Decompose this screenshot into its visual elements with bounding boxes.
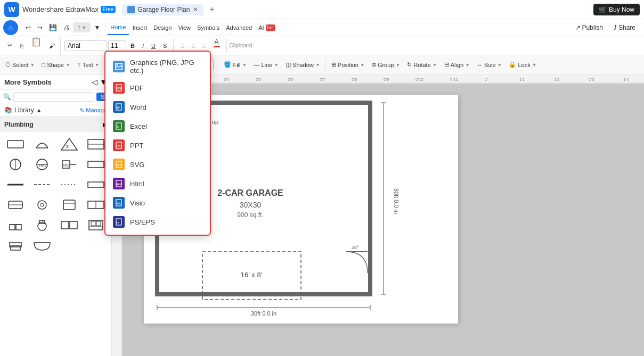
menu-insert[interactable]: Insert (129, 20, 151, 35)
font-family-input[interactable] (64, 40, 107, 51)
redo-button[interactable]: ↪ (34, 22, 46, 33)
ppt-label: PPT (130, 142, 143, 150)
svg-text:0'4: 0'4 (224, 77, 230, 82)
group-button[interactable]: ⧉ Group ▼ (369, 57, 404, 72)
export-pseps-item[interactable]: PS PS/EPS (105, 212, 210, 231)
shape-item[interactable] (57, 176, 81, 194)
fill-button[interactable]: 🪣 Fill ▼ (221, 57, 250, 72)
plumbing-section[interactable]: Plumbing ▸ (0, 117, 111, 132)
shape-item[interactable] (3, 155, 28, 173)
position-button[interactable]: ⊞ Position ▼ (328, 57, 368, 72)
shape-item[interactable] (3, 135, 28, 153)
export-ppt-item[interactable]: PPT PPT (105, 136, 210, 155)
svg-text:38°: 38° (352, 245, 359, 250)
rotate-button[interactable]: ↻ Rotate ▼ (404, 57, 440, 72)
export-html-item[interactable]: Html Html (105, 174, 210, 193)
fixture-5-icon (5, 217, 26, 233)
svg-rect-38 (96, 221, 101, 226)
paste-button[interactable]: 📋 (28, 37, 45, 55)
menu-ai[interactable]: AI hot (255, 20, 279, 35)
library-row: 📚 Library ▲ ✎ Manage (0, 104, 111, 117)
menu-view[interactable]: View (175, 20, 194, 35)
plumbing-shape-1-icon (5, 136, 26, 152)
shape-item[interactable] (57, 196, 81, 214)
shape-item[interactable] (30, 135, 54, 153)
ai-badge: hot (266, 24, 276, 31)
menu-advanced[interactable]: Advanced (223, 20, 255, 35)
shape-item[interactable]: H/C (30, 155, 54, 173)
font-color-button[interactable]: A (210, 38, 223, 53)
svg-point-82 (117, 64, 118, 66)
shape-item[interactable] (3, 216, 28, 234)
shape-item[interactable] (30, 236, 54, 254)
shape-tool-button[interactable]: □ Shape ▼ (39, 57, 74, 72)
svg-text:1'4: 1'4 (623, 77, 629, 82)
undo-button[interactable]: ↩ (22, 22, 34, 33)
tab-close-icon[interactable]: ✕ (193, 6, 198, 13)
shape-item[interactable]: H/C (57, 155, 81, 173)
line-shape-2-icon (32, 177, 52, 193)
fixture-2-icon (32, 197, 52, 213)
font-size-input[interactable] (108, 40, 126, 51)
menu-symbols[interactable]: Symbols (194, 20, 223, 35)
export-button[interactable]: ↑ ▼ (73, 22, 91, 32)
save-button[interactable]: 💾 (46, 22, 60, 33)
toolbar-row-1: ✂ ⎘ 📋 🖌 B I U S ≡ ≡ ≡ A Clipboard (0, 36, 644, 55)
svg-text:0'5: 0'5 (256, 77, 262, 82)
shape-item[interactable] (3, 176, 28, 194)
format-painter-button[interactable]: 🖌 (46, 38, 58, 53)
tab-icon (127, 6, 135, 13)
cut-button[interactable]: ✂ (4, 38, 15, 53)
active-tab[interactable]: Garage Floor Plan ✕ (122, 4, 203, 15)
word-label: Word (130, 103, 146, 111)
plumbing-shape-4-icon (86, 136, 106, 152)
share-button[interactable]: ⤴ Share (608, 22, 641, 34)
shadow-button[interactable]: ◫ Shadow ▼ (282, 57, 323, 72)
export-pdf-item[interactable]: PDF PDF (105, 78, 210, 97)
export-graphics-item[interactable]: Graphics (PNG, JPG etc.) (105, 55, 210, 78)
menu-home[interactable]: Home (107, 20, 129, 35)
shape-item[interactable] (3, 236, 28, 254)
text-tool-button[interactable]: T Text ▼ (74, 57, 103, 72)
svg-rect-39 (11, 246, 20, 250)
visio-icon: Vio (113, 197, 125, 209)
size-button[interactable]: ↔ Size ▼ (474, 57, 505, 72)
plumbing-grid: Σ H/C (0, 132, 111, 258)
export-excel-item[interactable]: X Excel (105, 117, 210, 136)
svg-text:1'2: 1'2 (554, 77, 560, 82)
export-word-item[interactable]: W Word (105, 97, 210, 117)
search-icon: 🔍 (3, 93, 11, 101)
align-button[interactable]: ⊟ Align ▼ (441, 57, 473, 72)
shape-item[interactable] (30, 196, 54, 214)
export-svg-item[interactable]: SVG SVG (105, 155, 210, 174)
print-button[interactable]: 🖨 (60, 22, 73, 33)
shape-item[interactable] (3, 196, 28, 214)
svg-text:Σ: Σ (66, 144, 69, 149)
export-visio-item[interactable]: Vio Visio (105, 193, 210, 212)
search-input[interactable] (13, 92, 94, 102)
manage-button[interactable]: ✎ Manage (79, 107, 107, 114)
select-tool-button[interactable]: ⬡ Select ▼ (2, 57, 38, 72)
shape-item[interactable] (30, 176, 54, 194)
word-icon: W (113, 101, 125, 113)
graphics-icon (113, 61, 125, 72)
copy-button[interactable]: ⎘ (17, 38, 27, 53)
buy-now-button[interactable]: 🛒 Buy Now (593, 4, 640, 15)
line-button[interactable]: — Line ▼ (250, 57, 282, 72)
shape-item[interactable] (57, 216, 81, 234)
more-button[interactable]: ▼ (91, 22, 103, 33)
lock-button[interactable]: 🔒 Lock ▼ (506, 57, 540, 72)
sidebar-collapse-button[interactable]: ◁ (92, 78, 97, 86)
shape-item[interactable] (30, 216, 54, 234)
menu-design[interactable]: Design (150, 20, 175, 35)
new-tab-button[interactable]: ＋ (208, 4, 216, 15)
html-label: Html (130, 180, 144, 188)
plumbing-shape-6-icon: H/C (32, 156, 52, 172)
shape-item[interactable]: Σ (57, 135, 81, 153)
svg-rect-40 (10, 243, 21, 247)
publish-button[interactable]: ↗ Publish (570, 22, 608, 34)
home-icon[interactable]: ⌂ (9, 23, 13, 32)
plumbing-shape-5-icon (5, 156, 26, 172)
svg-text:up: up (212, 119, 218, 125)
svg-rect-23 (63, 200, 75, 210)
